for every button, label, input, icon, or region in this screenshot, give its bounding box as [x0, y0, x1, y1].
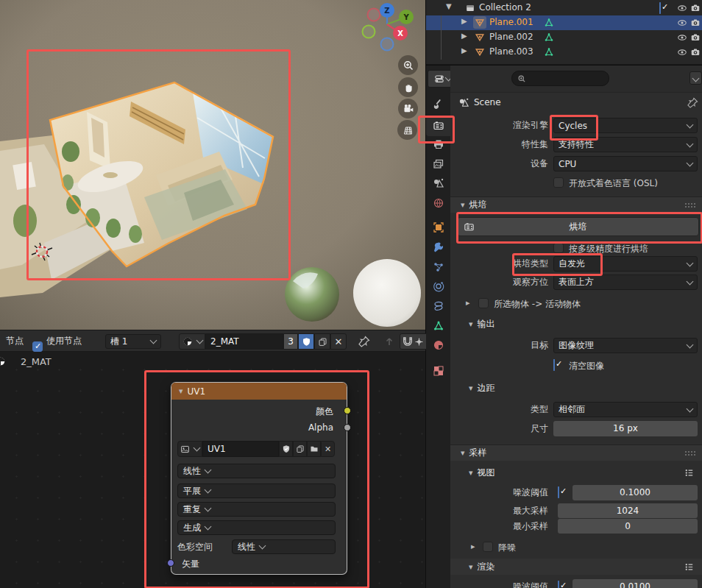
tab-material[interactable] — [433, 339, 444, 351]
material-slot-dropdown[interactable]: 槽 1 — [105, 334, 161, 349]
expand-arrow-icon[interactable]: ▸ — [466, 298, 470, 308]
multires-checkbox[interactable] — [553, 243, 564, 253]
tab-view-layer[interactable] — [433, 158, 444, 170]
node-header[interactable]: UV1 — [171, 383, 347, 400]
fake-user-toggle[interactable] — [298, 333, 314, 350]
image-fake-user-toggle[interactable] — [279, 441, 293, 457]
sampling-panel-header[interactable]: 采样 — [450, 444, 702, 461]
node-menu[interactable]: 节点 — [6, 330, 24, 352]
image-open-button[interactable] — [307, 441, 321, 457]
bake-type-dropdown[interactable]: 自发光 — [553, 256, 698, 272]
clear-image-checkbox[interactable] — [553, 359, 555, 371]
denoise-row[interactable]: ▸ 降噪 — [450, 540, 702, 555]
tab-world[interactable] — [433, 197, 444, 209]
output-subpanel-header[interactable]: 输出 — [450, 316, 702, 332]
outliner-row-plane001[interactable]: ▶ Plane.001 — [426, 15, 702, 30]
noise-threshold-field[interactable]: 0.1000 — [572, 485, 698, 500]
panel-grip-icon[interactable] — [684, 450, 696, 456]
render-noise-field[interactable]: 0.0100 — [572, 579, 698, 588]
pin-icon[interactable] — [358, 336, 370, 347]
selected-to-active-checkbox[interactable] — [478, 298, 489, 308]
presets-list-icon[interactable] — [684, 562, 695, 573]
search-input[interactable] — [511, 71, 609, 86]
alpha-output-socket[interactable] — [344, 424, 351, 431]
eye-icon[interactable] — [677, 3, 687, 13]
device-dropdown[interactable]: CPU — [553, 156, 698, 171]
tab-physics[interactable] — [433, 280, 444, 292]
perspective-toggle-button[interactable] — [397, 120, 417, 140]
color-output-socket[interactable] — [344, 407, 351, 414]
render-noise-checkbox[interactable] — [558, 581, 559, 588]
panel-grip-icon[interactable] — [684, 202, 696, 208]
osl-checkbox[interactable] — [553, 177, 564, 188]
new-material-button[interactable] — [314, 333, 330, 350]
tab-tool[interactable] — [433, 98, 444, 110]
view-from-dropdown[interactable]: 表面上方 — [553, 274, 698, 290]
image-unlink-button[interactable]: ✕ — [321, 441, 335, 457]
camera-visibility-icon[interactable] — [690, 47, 701, 57]
tab-particles[interactable] — [433, 261, 444, 273]
tab-render[interactable] — [433, 120, 444, 132]
outliner-row-plane003[interactable]: ▶ Plane.003 — [426, 45, 702, 60]
presets-list-icon[interactable] — [684, 467, 695, 478]
material-name-field[interactable]: 2_MAT — [205, 333, 283, 350]
camera-visibility-icon[interactable] — [690, 18, 701, 28]
image-texture-node[interactable]: UV1 颜色 Alpha UV1 ✕ 线性 平展 重复 生成 色彩空间 线性 — [171, 382, 347, 575]
collapse-arrow-icon[interactable]: ▼ — [446, 2, 452, 10]
render-sampling-header[interactable]: 渲染 — [450, 559, 702, 575]
colorspace-dropdown[interactable]: 线性 — [232, 539, 336, 554]
eye-icon[interactable] — [677, 47, 687, 57]
bake-button[interactable]: 烘培 — [457, 217, 699, 236]
projection-dropdown[interactable]: 平展 — [177, 483, 336, 498]
material-browse-button[interactable] — [179, 333, 205, 350]
gizmo-axis-neg-z[interactable] — [381, 38, 394, 51]
expand-arrow-icon[interactable]: ▸ — [471, 542, 475, 551]
gizmo-axis-neg-y[interactable] — [363, 26, 375, 38]
tab-scene[interactable] — [433, 177, 444, 189]
denoise-checkbox[interactable] — [483, 542, 493, 552]
extension-dropdown[interactable]: 重复 — [177, 502, 336, 517]
margin-subpanel-header[interactable]: 边距 — [450, 380, 702, 396]
source-dropdown[interactable]: 生成 — [177, 520, 336, 535]
zoom-button[interactable] — [398, 55, 418, 75]
expand-arrow-icon[interactable]: ▶ — [461, 17, 467, 25]
bake-panel-header[interactable]: 烘培 — [450, 196, 702, 213]
image-browse-button[interactable] — [177, 441, 202, 457]
noise-threshold-checkbox[interactable] — [558, 486, 559, 498]
image-name-field[interactable]: UV1 — [202, 441, 279, 457]
vector-input-socket[interactable] — [167, 559, 174, 567]
collection-checkbox[interactable] — [659, 2, 661, 14]
tab-constraints[interactable] — [433, 300, 444, 312]
selected-to-active-row[interactable]: ▸ 所选物体 -> 活动物体 — [450, 297, 702, 311]
feature-set-dropdown[interactable]: 支持特性 — [553, 137, 698, 152]
margin-size-field[interactable]: 16 px — [553, 421, 698, 436]
camera-visibility-icon[interactable] — [690, 3, 701, 13]
gizmo-axis-neg-x[interactable] — [368, 9, 380, 21]
camera-view-button[interactable] — [398, 99, 418, 118]
tab-object-data[interactable] — [433, 320, 444, 332]
outliner-row-collection[interactable]: ▼ Collection 2 — [426, 1, 702, 15]
shader-editor-canvas[interactable]: 2_MAT UV1 颜色 Alpha UV1 ✕ 线性 平展 重复 — [0, 352, 425, 588]
outliner-row-plane002[interactable]: ▶ Plane.002 — [426, 30, 702, 45]
interpolation-dropdown[interactable]: 线性 — [177, 464, 336, 478]
viewport-sampling-header[interactable]: 视图 — [450, 464, 702, 481]
pin-icon[interactable] — [687, 97, 698, 108]
3d-viewport[interactable]: Z Y X — [0, 0, 425, 330]
filter-dropdown-button[interactable] — [689, 71, 702, 85]
pan-button[interactable] — [398, 77, 418, 97]
camera-visibility-icon[interactable] — [690, 32, 701, 43]
image-duplicate-button[interactable] — [293, 441, 307, 457]
tab-output[interactable] — [433, 138, 444, 150]
tab-object[interactable] — [433, 222, 444, 233]
render-engine-dropdown[interactable]: Cycles — [553, 118, 698, 133]
expand-arrow-icon[interactable]: ▶ — [461, 32, 467, 40]
target-dropdown[interactable]: 图像纹理 — [553, 338, 698, 353]
eye-icon[interactable] — [677, 18, 687, 28]
material-users-count-button[interactable]: 3 — [283, 333, 298, 350]
expand-arrow-icon[interactable]: ▶ — [461, 46, 467, 54]
margin-type-dropdown[interactable]: 相邻面 — [553, 402, 698, 417]
max-samples-field[interactable]: 1024 — [558, 503, 698, 518]
go-to-parent-icon[interactable] — [383, 336, 395, 347]
unlink-material-button[interactable]: ✕ — [330, 333, 347, 350]
use-nodes-checkbox[interactable] — [32, 341, 43, 352]
